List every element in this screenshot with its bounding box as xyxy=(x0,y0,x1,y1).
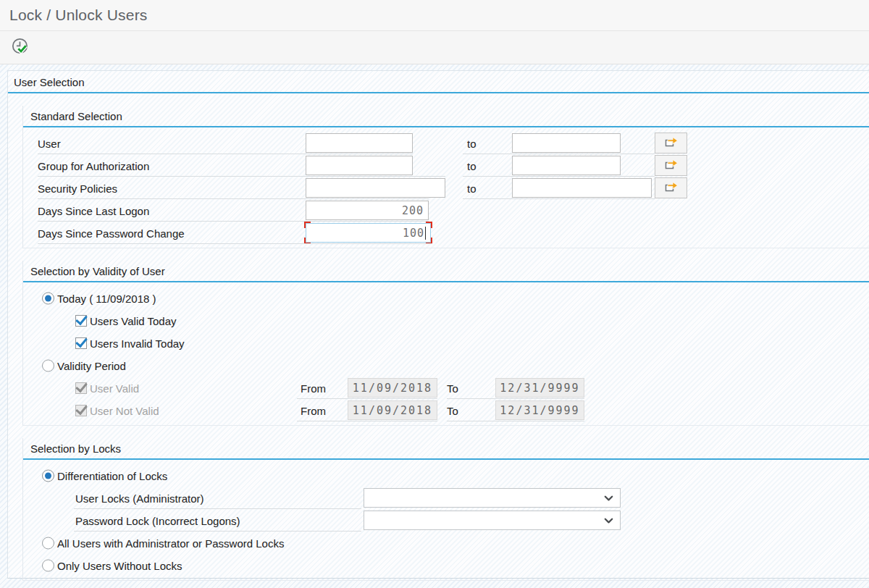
row-days-since-last-logon: Days Since Last Logon 200 xyxy=(23,199,869,222)
days-last-logon-input[interactable]: 200 xyxy=(306,201,429,220)
user-not-valid-label: User Not Valid xyxy=(90,404,159,416)
row-validity-period: Validity Period xyxy=(23,354,869,377)
differentiation-of-locks-radio[interactable] xyxy=(42,469,54,482)
locks-selection-title: Selection by Locks xyxy=(23,438,869,458)
multi-selection-arrow-icon xyxy=(663,135,679,151)
execute-button[interactable] xyxy=(8,35,33,60)
users-invalid-today-label: Users Invalid Today xyxy=(90,337,185,349)
row-differentiation-of-locks: Differentiation of Locks xyxy=(23,464,869,487)
only-users-without-locks-radio[interactable] xyxy=(42,559,54,571)
row-only-users-without-locks: Only Users Without Locks xyxy=(23,554,869,576)
user-multi-selection-button[interactable] xyxy=(655,133,687,154)
row-user-valid: User Valid From 11/09/2018 To 12/31/9999 xyxy=(23,377,869,399)
frame-title: User Selection xyxy=(8,71,869,92)
user-valid-from-date: 11/09/2018 xyxy=(348,378,437,398)
user-valid-label: User Valid xyxy=(90,382,139,394)
security-policies-label: Security Policies xyxy=(38,182,117,194)
user-to-label: to xyxy=(467,137,477,149)
user-not-valid-to-label: To xyxy=(447,404,458,416)
user-locks-administrator-label: User Locks (Administrator) xyxy=(75,492,204,504)
chevron-down-icon xyxy=(604,492,613,505)
row-group-for-authorization: Group for Authorization to xyxy=(23,154,869,177)
user-selection-frame: User Selection Standard Selection User t… xyxy=(7,70,869,579)
days-password-change-input[interactable]: 100 xyxy=(306,223,431,243)
row-users-invalid-today: Users Invalid Today xyxy=(23,332,869,354)
security-policies-from-input[interactable] xyxy=(306,178,445,198)
row-user-locks-administrator: User Locks (Administrator) xyxy=(23,487,869,509)
titlebar: Lock / Unlock Users xyxy=(0,0,869,31)
security-policies-to-input[interactable] xyxy=(512,178,652,198)
group-authorization-multi-selection-button[interactable] xyxy=(655,155,687,176)
user-from-input[interactable] xyxy=(306,133,413,153)
security-policies-multi-selection-button[interactable] xyxy=(655,177,687,198)
app-toolbar xyxy=(0,31,869,64)
group-authorization-label: Group for Authorization xyxy=(38,159,149,172)
password-lock-dropdown[interactable] xyxy=(364,511,621,530)
all-users-with-locks-label: All Users with Administrator or Password… xyxy=(57,537,284,549)
only-users-without-locks-label: Only Users Without Locks xyxy=(57,559,182,571)
differentiation-of-locks-label: Differentiation of Locks xyxy=(57,469,167,482)
group-authorization-to-input[interactable] xyxy=(512,156,621,175)
locks-selection-rule xyxy=(23,458,869,460)
user-valid-to-label: To xyxy=(447,382,458,394)
user-valid-from-label: From xyxy=(301,382,326,394)
user-locks-dropdown[interactable] xyxy=(364,488,621,508)
row-password-lock-incorrect-logons: Password Lock (Incorrect Logons) xyxy=(23,509,869,532)
user-not-valid-from-date: 11/09/2018 xyxy=(348,400,437,420)
user-not-valid-from-label: From xyxy=(301,404,326,416)
locks-selection-group: Selection by Locks Differentiation of Lo… xyxy=(22,438,869,581)
days-password-change-label: Days Since Password Change xyxy=(38,227,185,239)
user-not-valid-to-date: 12/31/9999 xyxy=(495,400,584,420)
today-radio[interactable] xyxy=(42,292,54,304)
users-valid-today-checkbox[interactable] xyxy=(75,315,87,327)
row-users-valid-today: Users Valid Today xyxy=(23,309,869,332)
text-cursor xyxy=(425,227,426,240)
security-policies-to-label: to xyxy=(467,182,477,194)
row-user-not-valid: User Not Valid From 11/09/2018 To 12/31/… xyxy=(23,399,869,421)
validity-selection-group: Selection by Validity of User Today ( 11… xyxy=(22,261,869,426)
row-today: Today ( 11/09/2018 ) xyxy=(23,287,869,309)
user-not-valid-checkbox xyxy=(75,405,87,416)
validity-selection-rule xyxy=(23,281,869,282)
group-authorization-to-label: to xyxy=(467,159,477,172)
page-title: Lock / Unlock Users xyxy=(9,7,148,24)
password-lock-label: Password Lock (Incorrect Logons) xyxy=(75,514,240,526)
standard-selection-title: Standard Selection xyxy=(23,106,869,126)
today-radio-label: Today ( 11/09/2018 ) xyxy=(57,292,156,304)
all-users-with-locks-radio[interactable] xyxy=(42,537,54,549)
user-valid-to-date: 12/31/9999 xyxy=(495,378,584,398)
user-to-input[interactable] xyxy=(512,133,621,153)
multi-selection-arrow-icon xyxy=(663,158,679,173)
standard-selection-rule xyxy=(23,126,869,127)
validity-selection-title: Selection by Validity of User xyxy=(23,261,869,281)
frame-title-rule xyxy=(8,92,869,93)
user-valid-checkbox xyxy=(75,382,87,394)
standard-selection-group: Standard Selection User to xyxy=(22,106,869,248)
execute-clock-check-icon xyxy=(11,37,30,59)
row-days-since-password-change: Days Since Password Change 100 xyxy=(23,222,869,244)
days-last-logon-label: Days Since Last Logon xyxy=(38,204,149,217)
validity-period-radio[interactable] xyxy=(42,359,54,371)
validity-period-radio-label: Validity Period xyxy=(57,359,126,371)
multi-selection-arrow-icon xyxy=(663,180,679,196)
users-invalid-today-checkbox[interactable] xyxy=(75,337,87,349)
row-all-users-with-locks: All Users with Administrator or Password… xyxy=(23,532,869,554)
row-security-policies: Security Policies to xyxy=(23,177,869,199)
group-authorization-from-input[interactable] xyxy=(306,156,413,175)
chevron-down-icon xyxy=(604,514,613,527)
row-user: User to xyxy=(23,132,869,154)
user-label: User xyxy=(38,137,61,149)
users-valid-today-label: Users Valid Today xyxy=(90,314,177,327)
